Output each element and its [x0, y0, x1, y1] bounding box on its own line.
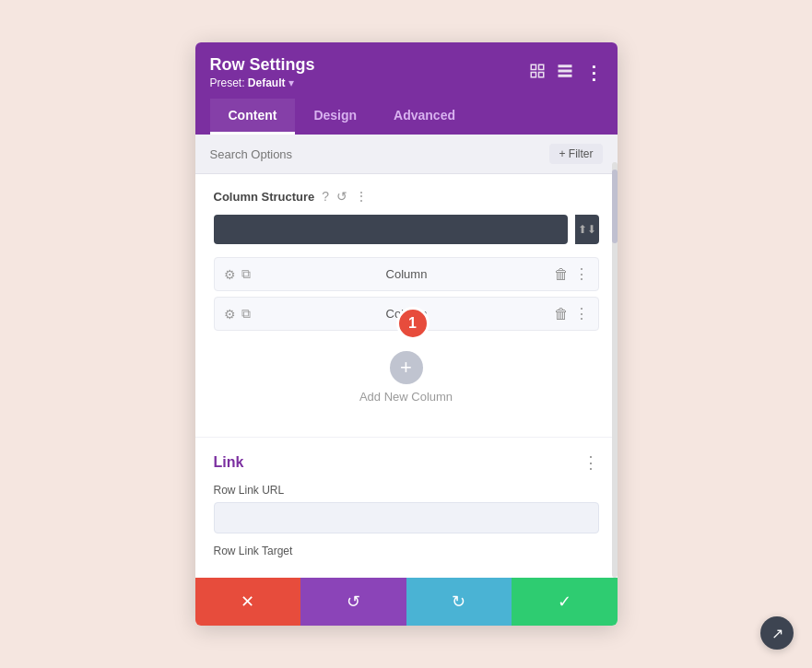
svg-rect-4: [558, 64, 571, 67]
save-button[interactable]: ✓: [512, 578, 618, 626]
panel-header-icons: ⋮: [529, 62, 603, 84]
panel-content: Column Structure ? ↺ ⋮ ⬆⬇ ⚙ ⧉ Column: [195, 174, 618, 578]
link-more-icon[interactable]: ⋮: [583, 452, 599, 473]
panel-footer: ✕ ↺ ↻ ✓: [195, 578, 618, 626]
panel-header-top: Row Settings Preset: Default ▾ ⋮: [210, 55, 603, 89]
svg-rect-0: [531, 64, 535, 69]
svg-rect-2: [531, 72, 535, 76]
panel-title-area: Row Settings Preset: Default ▾: [210, 55, 315, 89]
svg-rect-1: [538, 64, 543, 69]
column-structure-selector: ⬆⬇: [214, 215, 599, 244]
link-url-input[interactable]: [214, 502, 599, 533]
undo-button[interactable]: ↺: [300, 578, 406, 626]
column-row-1-icons: ⚙ ⧉: [224, 266, 251, 282]
link-section-title: Link: [214, 454, 244, 471]
redo-button[interactable]: ↻: [406, 578, 512, 626]
link-target-label: Row Link Target: [214, 545, 599, 557]
column-structure-title: Column Structure: [214, 190, 315, 204]
tab-design[interactable]: Design: [295, 99, 375, 135]
column-1-settings-icon[interactable]: ⚙: [224, 266, 236, 282]
panel-header: Row Settings Preset: Default ▾ ⋮ Content: [195, 42, 618, 135]
add-column-label: Add New Column: [359, 390, 453, 404]
floating-action-icon[interactable]: ↗: [760, 616, 794, 650]
row-settings-panel: Row Settings Preset: Default ▾ ⋮ Content: [195, 42, 618, 626]
column-structure-more-icon[interactable]: ⋮: [355, 189, 368, 204]
svg-rect-5: [558, 69, 571, 72]
search-bar: + Filter: [195, 135, 618, 174]
col-structure-arrow[interactable]: ⬆⬇: [575, 215, 599, 244]
section-header: Column Structure ? ↺ ⋮: [214, 189, 599, 204]
panel-title: Row Settings: [210, 55, 315, 75]
panel-tabs: Content Design Advanced: [210, 99, 603, 135]
search-input[interactable]: [210, 147, 550, 161]
grid-icon[interactable]: [557, 63, 573, 83]
svg-rect-3: [538, 72, 543, 76]
cancel-button[interactable]: ✕: [195, 578, 301, 626]
column-2-more-icon[interactable]: ⋮: [574, 305, 589, 322]
col-structure-half[interactable]: [214, 215, 568, 244]
more-options-icon[interactable]: ⋮: [584, 62, 603, 84]
column-1-label: Column: [260, 267, 554, 281]
column-row-1: ⚙ ⧉ Column 🗑 ⋮: [214, 257, 599, 291]
column-2-delete-icon[interactable]: 🗑: [554, 306, 569, 322]
link-section: Link ⋮ Row Link URL Row Link Target: [195, 438, 618, 578]
column-1-actions: 🗑 ⋮: [554, 265, 589, 283]
column-1-more-icon[interactable]: ⋮: [574, 265, 589, 283]
column-structure-section: Column Structure ? ↺ ⋮ ⬆⬇ ⚙ ⧉ Column: [195, 174, 618, 438]
expand-icon[interactable]: [529, 63, 546, 83]
panel-preset: Preset: Default ▾: [210, 76, 315, 89]
col-structure-custom-wrapper: ⬆⬇: [575, 215, 599, 244]
link-section-header: Link ⋮: [214, 452, 599, 473]
column-1-delete-icon[interactable]: 🗑: [554, 266, 569, 283]
help-icon[interactable]: ?: [322, 189, 329, 204]
column-row-2-icons: ⚙ ⧉: [224, 306, 251, 322]
step-badge: 1: [396, 307, 430, 340]
tab-content[interactable]: Content: [210, 99, 296, 135]
preset-dropdown-arrow[interactable]: ▾: [288, 76, 294, 89]
tab-advanced[interactable]: Advanced: [375, 99, 474, 135]
column-1-duplicate-icon[interactable]: ⧉: [241, 266, 251, 282]
add-column-button[interactable]: +: [390, 351, 423, 384]
scrollbar-thumb: [612, 170, 618, 243]
preset-value: Default: [248, 76, 286, 89]
filter-button[interactable]: + Filter: [549, 144, 602, 164]
column-2-duplicate-icon[interactable]: ⧉: [241, 306, 251, 322]
reset-icon[interactable]: ↺: [336, 189, 347, 204]
add-column-area: + Add New Column: [214, 336, 599, 422]
column-2-actions: 🗑 ⋮: [554, 305, 589, 322]
svg-rect-6: [558, 74, 571, 76]
link-url-label: Row Link URL: [214, 484, 599, 497]
column-2-settings-icon[interactable]: ⚙: [224, 306, 236, 322]
scrollbar[interactable]: [612, 162, 618, 578]
